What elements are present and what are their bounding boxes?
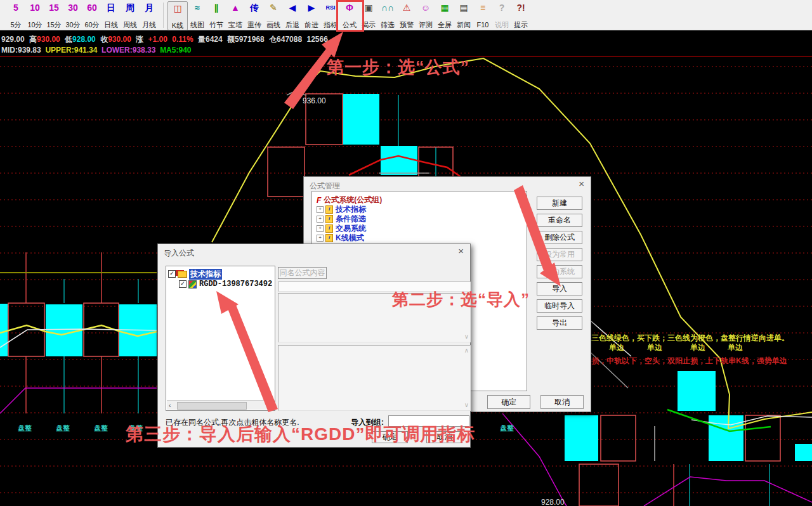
period-5-icon: 5 xyxy=(13,1,18,14)
toolbar-item-formula[interactable]: Φ公式 xyxy=(340,1,359,29)
dialog-title: 公式管理 xyxy=(310,181,340,191)
import-group-label: 技术指标 xyxy=(189,269,222,280)
toolbar-item-help[interactable]: ?说明 xyxy=(492,1,511,29)
toolbar-item-monthly[interactable]: 月月线 xyxy=(140,1,159,29)
help-cursor-icon: ? xyxy=(499,1,505,14)
open-price: 929.00 xyxy=(1,35,25,44)
high-label: 高 xyxy=(29,35,37,44)
checkbox-checked-icon[interactable]: ✓ xyxy=(179,280,187,288)
toolbar-label: 周线 xyxy=(123,20,137,29)
toolbar-item-alert[interactable]: ⚠预警 xyxy=(397,1,416,29)
expand-icon[interactable]: + xyxy=(317,235,324,242)
formula-file-icon xyxy=(188,280,197,289)
expand-icon[interactable]: + xyxy=(317,225,324,232)
panzheng-label: 盘整 xyxy=(500,424,514,433)
toolbar-item-tip[interactable]: ?!提示 xyxy=(511,1,530,29)
expand-icon[interactable]: + xyxy=(317,206,324,213)
delete-formula-button[interactable]: 删除公式 xyxy=(537,231,582,244)
toolbar-item-retransmit[interactable]: 传重传 xyxy=(245,1,264,29)
close-price: 930.00 xyxy=(108,35,131,44)
import-tree-panel: ✓ 技术指标 ✓ RGDD-13987673492 ({ ‹ › xyxy=(166,266,275,411)
toolbar-label: 前进 xyxy=(304,20,318,29)
toolbar-item-15min[interactable]: 1515分 xyxy=(44,1,63,29)
tree-item-row[interactable]: +i条件筛选 xyxy=(313,214,525,224)
retransmit-icon: 传 xyxy=(250,1,259,14)
forward-arrow-icon: ▶ xyxy=(308,1,315,14)
scroll-down-icon[interactable]: ∨ xyxy=(464,402,469,408)
toolbar-item-evaluate[interactable]: ☺评测 xyxy=(416,1,435,29)
toolbar-item-fullscreen[interactable]: ▦全屏 xyxy=(435,1,454,29)
formula-description-box: ∧ ∨ xyxy=(278,345,471,411)
horizontal-scrollbar[interactable]: ‹ › xyxy=(167,400,274,410)
manager-ok-button[interactable]: 确定 xyxy=(487,395,530,409)
toolbar-item-pagoda[interactable]: ▲宝塔 xyxy=(226,1,245,29)
scroll-down-icon[interactable]: ∨ xyxy=(464,334,469,340)
toolbar-item-10min[interactable]: 1010分 xyxy=(25,1,44,29)
tree-item-row[interactable]: +iK线模式 xyxy=(313,233,525,243)
indicator-doc-icon: i xyxy=(325,224,333,233)
pencil-icon: ✎ xyxy=(270,1,277,14)
formula-system-icon: F xyxy=(317,196,321,205)
indicator-values-bar: MID:939.83 UPPER:941.34 LOWER:938.33 MA5… xyxy=(1,46,191,55)
close-icon[interactable]: × xyxy=(458,247,464,256)
tree-item-row[interactable]: +i交易系统 xyxy=(313,224,525,233)
dialog-title: 导入公式 xyxy=(164,248,194,259)
indicator-doc-icon: i xyxy=(325,215,333,223)
scroll-left-icon[interactable]: ‹ xyxy=(169,401,171,409)
toolbar-item-weekly[interactable]: 周周线 xyxy=(121,1,140,29)
toolbar-label: 5分 xyxy=(10,20,21,29)
indicator-doc-icon: i xyxy=(325,205,333,214)
tree-item-row[interactable]: +i技术指标 xyxy=(313,205,525,214)
toolbar-item-kline[interactable]: ◫K线 xyxy=(167,1,188,30)
rename-button[interactable]: 重命名 xyxy=(537,214,582,227)
close-icon[interactable]: × xyxy=(579,179,584,188)
import-formula-dialog: 导入公式 × ✓ 技术指标 ✓ RGDD-13987673492 ({ ‹ › … xyxy=(157,243,471,448)
toolbar-item-back[interactable]: ◀后退 xyxy=(283,1,302,29)
weekly-icon: 周 xyxy=(126,1,134,14)
scrollbar-thumb[interactable] xyxy=(177,402,247,410)
toolbar-item-filter[interactable]: ∩∩筛选 xyxy=(378,1,397,29)
danbian-label: 单边 xyxy=(647,342,662,353)
upper-value: UPPER:941.34 xyxy=(45,46,97,55)
import-button[interactable]: 导入 xyxy=(537,282,582,295)
checkbox-checked-icon[interactable]: ✓ xyxy=(168,270,176,278)
newspaper-icon: ▤ xyxy=(459,1,468,14)
ma5-value: MA5:940 xyxy=(160,46,191,55)
tree-root-row[interactable]: F公式系统(公式组) xyxy=(313,195,525,205)
temp-import-button[interactable]: 临时导入 xyxy=(537,299,582,313)
toolbar-item-daily[interactable]: 日日线 xyxy=(102,1,121,29)
close-label: 收 xyxy=(100,35,108,44)
import-formula-row[interactable]: ✓ RGDD-13987673492 ({ xyxy=(166,279,275,289)
alert-bell-icon: ⚠ xyxy=(403,1,411,14)
step1-highlight-box xyxy=(336,0,364,32)
low-price: 928.00 xyxy=(72,35,96,44)
new-button[interactable]: 新建 xyxy=(537,197,582,210)
line-chart-icon: ≈ xyxy=(195,1,200,14)
toolbar-item-5min[interactable]: 55分 xyxy=(6,1,25,29)
toolbar-item-news[interactable]: ▤新闻 xyxy=(454,1,473,29)
extra-value: 12566 xyxy=(306,35,327,44)
toolbar-item-f10[interactable]: ≡F10 xyxy=(473,1,492,29)
toolbar-item-bamboo[interactable]: ∥竹节 xyxy=(207,1,226,29)
danbian-label: 单边 xyxy=(728,342,743,353)
scroll-right-icon[interactable]: › xyxy=(270,401,272,409)
expand-icon[interactable]: + xyxy=(317,216,324,223)
import-group-row[interactable]: ✓ 技术指标 xyxy=(166,269,275,279)
indicator-doc-icon: i xyxy=(325,234,333,242)
books-icon: ≡ xyxy=(480,1,485,14)
toolbar-label: 预警 xyxy=(400,20,414,29)
tip-icon: ?! xyxy=(516,1,525,14)
toolbar-item-30min[interactable]: 3030分 xyxy=(63,1,82,29)
manager-cancel-button[interactable]: 取消 xyxy=(540,395,584,409)
toolbar-label: F10 xyxy=(477,20,489,29)
export-button[interactable]: 导出 xyxy=(537,316,582,330)
open-interest: 仓647088 xyxy=(269,35,302,44)
scroll-up-icon[interactable]: ∧ xyxy=(464,347,469,354)
period-15-icon: 15 xyxy=(49,1,59,14)
toolbar-separator xyxy=(159,3,164,28)
toolbar-item-linechart[interactable]: ≈线图 xyxy=(188,1,207,29)
toolbar-item-drawline[interactable]: ✎画线 xyxy=(264,1,283,29)
toolbar-item-60min[interactable]: 6060分 xyxy=(82,1,102,29)
toolbar-item-forward[interactable]: ▶前进 xyxy=(302,1,321,29)
toolbar-label: 说明 xyxy=(495,20,509,29)
